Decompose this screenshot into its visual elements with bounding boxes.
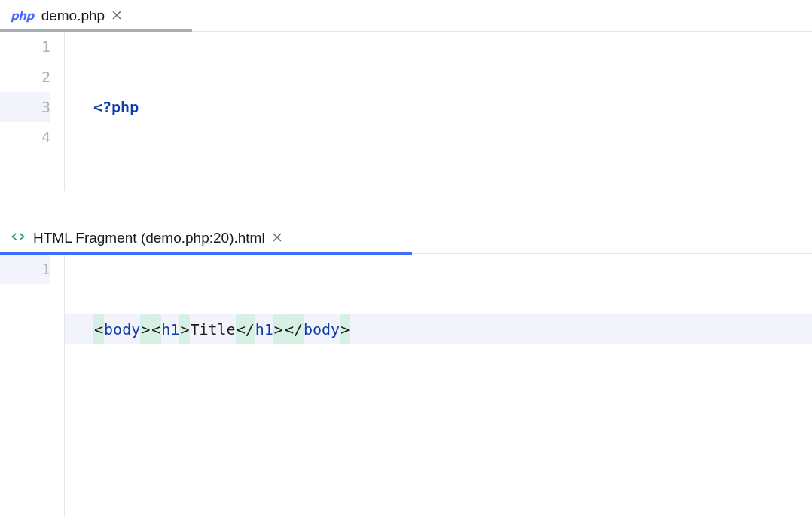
angle-bracket: >	[179, 314, 190, 344]
angle-bracket: >	[273, 314, 284, 344]
angle-bracket: <	[151, 314, 161, 344]
lower-gutter: 1	[0, 254, 64, 517]
upper-tab-underline	[0, 29, 192, 32]
lower-tab-underline	[0, 252, 412, 255]
php-open-tag: <?php	[93, 92, 139, 122]
lower-tab-title[interactable]: HTML Fragment (demo.php:20).html	[33, 230, 265, 246]
angle-bracket: <	[93, 314, 104, 344]
text-title: Title	[190, 314, 235, 344]
line-number: 1	[0, 32, 50, 62]
close-icon[interactable]	[273, 231, 282, 245]
pane-separator[interactable]	[0, 191, 812, 222]
upper-editor[interactable]: 1 2 3 4 <?php $htmlPiece = '<body><h1>Ti…	[0, 32, 812, 191]
upper-tab-title[interactable]: demo.php	[41, 8, 105, 24]
upper-tab-bar: php demo.php	[0, 0, 812, 32]
close-icon[interactable]	[112, 9, 121, 23]
upper-gutter: 1 2 3 4	[0, 32, 64, 191]
line-number: 4	[0, 122, 50, 152]
tag-body: body	[104, 314, 140, 344]
lower-editor[interactable]: 1 <body><h1>Title</h1></body>	[0, 254, 812, 517]
line-number: 3	[0, 92, 50, 122]
html-file-icon	[11, 229, 26, 247]
angle-bracket: </	[284, 314, 304, 344]
tag-h1-close: h1	[255, 314, 273, 344]
line-number: 2	[0, 62, 50, 92]
lower-code-area[interactable]: <body><h1>Title</h1></body>	[64, 254, 812, 517]
tag-body-close: body	[304, 314, 340, 344]
line-number: 1	[0, 254, 50, 284]
angle-bracket: >	[140, 314, 151, 344]
code-line[interactable]	[93, 182, 812, 191]
angle-bracket: </	[236, 314, 255, 344]
code-line[interactable]: <body><h1>Title</h1></body>	[65, 314, 812, 344]
code-line[interactable]: <?php	[93, 92, 812, 122]
tag-h1: h1	[161, 314, 179, 344]
upper-code-area[interactable]: <?php $htmlPiece = '<body><h1>Title</h1>…	[64, 32, 812, 191]
php-file-icon: php	[11, 9, 34, 23]
angle-bracket: >	[340, 314, 350, 344]
lower-tab-bar: HTML Fragment (demo.php:20).html	[0, 222, 812, 254]
